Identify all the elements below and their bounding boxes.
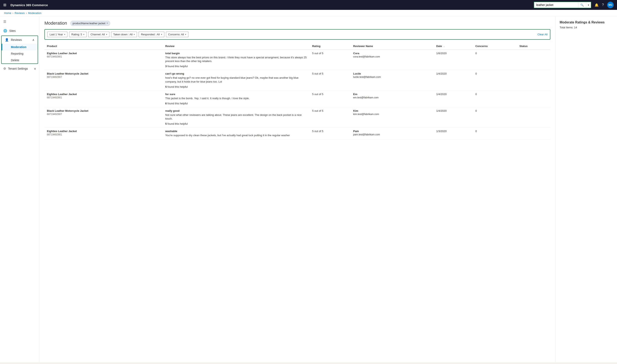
reviewer-name-2: Em [353, 93, 431, 96]
global-search-box[interactable]: 🔍 ▾ [534, 2, 591, 8]
globe-icon: 🌐 [3, 29, 7, 33]
review-cell-1: can't go wrong how's that saying go? no … [163, 70, 310, 90]
taken-down-filter-chevron: ▾ [134, 33, 135, 36]
breadcrumb-home[interactable]: Home [4, 12, 11, 14]
responded-filter[interactable]: Responded : All ▾ [139, 32, 164, 37]
review-title-3: really good [165, 109, 307, 112]
reviewer-cell-4: Pam pam.test@fabrikam.com [351, 128, 434, 140]
sidebar-tenant-settings[interactable]: ⚙ Tenant Settings ∨ [0, 65, 39, 73]
status-cell-1 [517, 70, 550, 90]
col-reviewer: Reviewer Name [351, 43, 434, 50]
concerns-cell-3: 0 [473, 107, 517, 127]
year-filter-chevron: ▾ [64, 33, 65, 36]
sidebar-item-reporting[interactable]: Reporting [2, 50, 38, 57]
concerns-filter[interactable]: Concerns: All ▾ [166, 32, 189, 37]
sidebar-reviews-label: Reviews [11, 38, 22, 41]
chevron-down-icon: ∨ [34, 67, 36, 70]
product-id-4: 68719492901 [47, 133, 160, 136]
rating-filter[interactable]: Rating: 5 ▾ [69, 32, 87, 37]
date-cell-4: 1/3/2020 [434, 128, 473, 140]
breadcrumb-sep-2: › [26, 12, 27, 14]
col-date[interactable]: Date ↓ [434, 43, 473, 50]
search-button[interactable]: 🔍 [578, 2, 586, 8]
taken-down-filter[interactable]: Taken down : All ▾ [111, 32, 137, 37]
sidebar-hamburger[interactable]: ☰ [0, 18, 39, 25]
reviews-table: Product Review Rating Reviewer Name Date… [44, 43, 550, 140]
sidebar-item-delete[interactable]: Delete [2, 57, 38, 64]
review-cell-3: really good Not sure what other reviewer… [163, 107, 310, 127]
review-body-4: You're supposed to dry clean these jacke… [165, 133, 307, 137]
status-cell-0 [517, 50, 550, 70]
rating-cell-4: 5 out of 5 [310, 128, 351, 140]
right-panel-title: Moderate Ratings & Reviews [560, 21, 613, 24]
col-concerns: Concerns [473, 43, 517, 50]
sidebar-item-moderation[interactable]: Moderation [2, 44, 38, 50]
right-panel-total: Total Items: 14 [560, 26, 613, 29]
date-cell-1: 1/4/2020 [434, 70, 473, 90]
reviewer-email-2: em.test@fabrikam.com [353, 96, 431, 99]
concerns-cell-1: 0 [473, 70, 517, 90]
clear-all-button[interactable]: Clear All [538, 33, 548, 36]
col-review: Review [163, 43, 310, 50]
taken-down-filter-label: Taken down : All [113, 33, 133, 36]
product-cell-0: Eighties Leather Jacket 68719492901 [44, 50, 163, 70]
year-filter-label: Last 1 Year [50, 33, 63, 36]
avatar[interactable]: MG [607, 2, 614, 8]
table-row: Black Leather Motorcycle Jacket 68719492… [44, 107, 550, 127]
sidebar-tenant-label: Tenant Settings [8, 67, 28, 70]
table-row: Eighties Leather Jacket 68719492901 wash… [44, 128, 550, 140]
help-icon[interactable]: ? [602, 3, 604, 7]
review-title-2: for sure [165, 93, 307, 96]
sidebar-reviews-section[interactable]: 👤 Reviews ∧ [2, 36, 38, 44]
responded-filter-label: Responded : All [141, 33, 160, 36]
review-title-1: can't go wrong [165, 72, 307, 75]
chevron-up-icon: ∧ [32, 38, 34, 41]
col-status: Status [517, 43, 550, 50]
reviewer-cell-1: Lucile lucile.test@fabrikam.com [351, 70, 434, 90]
search-dropdown-button[interactable]: ▾ [586, 2, 591, 8]
concerns-cell-4: 0 [473, 128, 517, 140]
review-cell-4: washable You're supposed to dry clean th… [163, 128, 310, 140]
year-filter[interactable]: Last 1 Year ▾ [47, 32, 68, 37]
channel-filter[interactable]: Channel: All ▾ [88, 32, 109, 37]
reviewer-name-4: Pam [353, 130, 431, 133]
sidebar-sites-label: Sites [9, 29, 16, 32]
concerns-cell-2: 0 [473, 90, 517, 107]
review-helpful-0: 3 found this helpful [165, 65, 307, 68]
review-body-1: how's that saying go? no one ever got fi… [165, 76, 307, 83]
app-title: Dynamics 365 Commerce [11, 3, 531, 7]
table-row: Eighties Leather Jacket 68719492901 tota… [44, 50, 550, 70]
product-id-2: 68719492901 [47, 96, 160, 99]
page-title: Moderation [44, 21, 67, 26]
table-row: Eighties Leather Jacket 68719492901 for … [44, 90, 550, 107]
bell-icon[interactable]: 🔔 [595, 3, 599, 7]
breadcrumb-reviews[interactable]: Reviews [14, 12, 25, 14]
reviewer-cell-0: Cora cora.test@fabrikam.com [351, 50, 434, 70]
reviewer-name-3: Kim [353, 109, 431, 112]
review-helpful-3: 5 found this helpful [165, 122, 307, 125]
reviews-tbody: Eighties Leather Jacket 68719492901 tota… [44, 50, 550, 140]
rating-cell-1: 5 out of 5 [310, 70, 351, 90]
status-cell-4 [517, 128, 550, 140]
concerns-filter-label: Concerns: All [168, 33, 184, 36]
reviewer-email-4: pam.test@fabrikam.com [353, 133, 431, 136]
date-cell-3: 1/4/2020 [434, 107, 473, 127]
col-rating: Rating [310, 43, 351, 50]
search-input[interactable] [534, 2, 578, 8]
rating-filter-chevron: ▾ [83, 33, 84, 36]
date-cell-2: 1/4/2020 [434, 90, 473, 107]
active-filter-tag: productName:leather jacket × [70, 21, 110, 26]
review-title-4: washable [165, 130, 307, 133]
reviewer-email-3: kim.test@fabrikam.com [353, 113, 431, 116]
breadcrumb-sep-1: › [13, 12, 13, 14]
filter-tag-text: productName:leather jacket [73, 22, 105, 25]
sidebar-item-sites[interactable]: 🌐 Sites [0, 27, 39, 35]
waffle-icon[interactable]: ⊞ [3, 3, 6, 7]
filters-row: Last 1 Year ▾ Rating: 5 ▾ Channel: All ▾… [44, 29, 550, 40]
product-cell-3: Black Leather Motorcycle Jacket 68719492… [44, 107, 163, 127]
right-panel: Moderate Ratings & Reviews Total Items: … [555, 16, 617, 362]
breadcrumb: Home › Reviews › Moderation [0, 10, 617, 16]
channel-filter-label: Channel: All [91, 33, 105, 36]
rating-cell-0: 5 out of 5 [310, 50, 351, 70]
filter-tag-close-button[interactable]: × [107, 22, 108, 25]
